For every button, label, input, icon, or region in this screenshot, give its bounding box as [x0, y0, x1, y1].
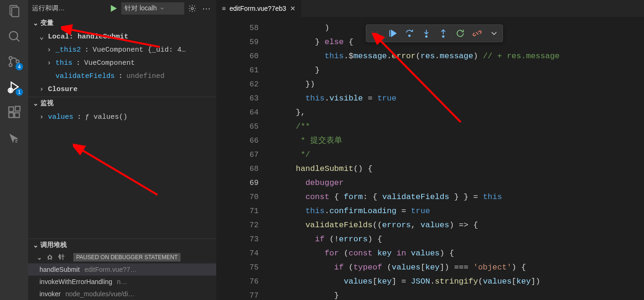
continue-button[interactable] [388, 29, 397, 38]
svg-line-3 [16, 38, 19, 41]
debug-sidebar: 运行和调… 针对 localh ⋯ ⌄变量 ⌄Local: handleSubm… [28, 0, 216, 300]
scm-badge: 4 [16, 63, 23, 70]
callstack-header[interactable]: ⌄调用堆栈 [28, 238, 216, 251]
run-debug-title: 运行和调… [32, 4, 105, 13]
debug-icon[interactable]: 1 [7, 80, 21, 94]
stack-frame[interactable]: handleSubmiteditForm.vue?7… [28, 263, 216, 276]
var-row[interactable]: ›validateFields:undefined [28, 69, 216, 83]
gear-icon[interactable] [188, 4, 196, 13]
code-area[interactable]: ) } else { this.$message.error(res.messa… [267, 17, 644, 300]
callstack-label: 调用堆栈 [40, 241, 67, 249]
vue-file-icon: ≡ [222, 5, 226, 12]
restart-button[interactable] [456, 29, 465, 38]
svg-point-5 [9, 63, 12, 66]
scope-local-label: Local: handleSubmit [48, 33, 128, 41]
svg-point-18 [408, 35, 410, 36]
scm-icon[interactable]: 4 [7, 54, 21, 69]
step-out-button[interactable] [439, 29, 448, 38]
grip-icon[interactable]: ⋮⋮ [370, 31, 380, 36]
svg-point-4 [9, 56, 12, 59]
stack-frame[interactable]: invokeWithErrorHandlingn… [28, 276, 216, 288]
svg-rect-12 [16, 107, 20, 111]
thread-label: 针 [58, 253, 65, 262]
close-icon[interactable]: ✕ [290, 5, 296, 12]
disconnect-button[interactable] [472, 29, 482, 38]
svg-point-15 [48, 256, 52, 259]
callstack-section: ⌄调用堆栈 ⌄ 针 PAUSED ON DEBUGGER STATEMENT h… [28, 238, 216, 300]
svg-marker-17 [392, 30, 396, 36]
svg-point-2 [9, 31, 18, 40]
run-debug-header: 运行和调… 针对 localh ⋯ [28, 0, 216, 17]
scope-closure[interactable]: ›Closure [28, 83, 216, 96]
start-debug-button[interactable] [109, 4, 118, 13]
debug-config-select[interactable]: 针对 localh [121, 2, 184, 15]
svg-rect-1 [12, 8, 19, 17]
tab-title: editForm.vue?7eb3 [229, 5, 286, 12]
bug-icon [46, 254, 54, 261]
scope-local[interactable]: ⌄Local: handleSubmit [28, 30, 216, 43]
cursor-icon[interactable] [7, 132, 21, 146]
more-icon[interactable]: ⋯ [200, 3, 212, 14]
debug-toolbar[interactable]: ⋮⋮ [366, 24, 503, 42]
more-debug-icon[interactable] [489, 29, 499, 38]
watch-row[interactable]: ›values:ƒ values() [28, 110, 216, 123]
stack-frame[interactable]: invokernode_modules/vue/di… [28, 288, 216, 300]
svg-rect-10 [9, 113, 14, 117]
svg-marker-13 [111, 6, 117, 11]
activity-bar: 4 1 [0, 0, 28, 300]
step-over-button[interactable] [405, 29, 414, 38]
editor-area: ≡ editForm.vue?7eb3 ✕ 585960616263646566… [216, 0, 644, 300]
scope-closure-label: Closure [48, 85, 78, 93]
watch-section-header[interactable]: ⌄监视 [28, 97, 216, 109]
explorer-icon[interactable] [7, 4, 21, 18]
variables-label: 变量 [40, 19, 54, 27]
tab-bar: ≡ editForm.vue?7eb3 ✕ [216, 0, 644, 17]
editor-body[interactable]: 5859606162636465666768▷69707172737475767… [216, 17, 644, 300]
var-row[interactable]: ›_this2:VueComponent {_uid: 4… [28, 43, 216, 56]
svg-point-14 [191, 8, 194, 10]
extensions-icon[interactable] [7, 105, 21, 119]
line-gutter: 5859606162636465666768▷69707172737475767… [216, 17, 267, 300]
svg-rect-9 [9, 107, 14, 112]
paused-pill: PAUSED ON DEBUGGER STATEMENT [73, 253, 181, 262]
step-into-button[interactable] [422, 29, 431, 38]
svg-rect-11 [15, 113, 19, 117]
svg-point-20 [425, 36, 427, 37]
thread-row[interactable]: ⌄ 针 PAUSED ON DEBUGGER STATEMENT [28, 251, 216, 263]
watch-label: 监视 [40, 99, 54, 108]
debug-config-label: 针对 localh [125, 4, 157, 13]
debug-badge: 1 [16, 88, 23, 96]
var-row[interactable]: ›this:VueComponent [28, 56, 216, 69]
variables-section-header[interactable]: ⌄变量 [28, 17, 216, 29]
search-icon[interactable] [7, 29, 21, 43]
variables-tree: ⌄Local: handleSubmit ›_this2:VueComponen… [28, 29, 216, 97]
editor-tab[interactable]: ≡ editForm.vue?7eb3 ✕ [216, 0, 301, 17]
watch-tree: ›values:ƒ values() [28, 109, 216, 124]
svg-point-22 [442, 36, 444, 37]
